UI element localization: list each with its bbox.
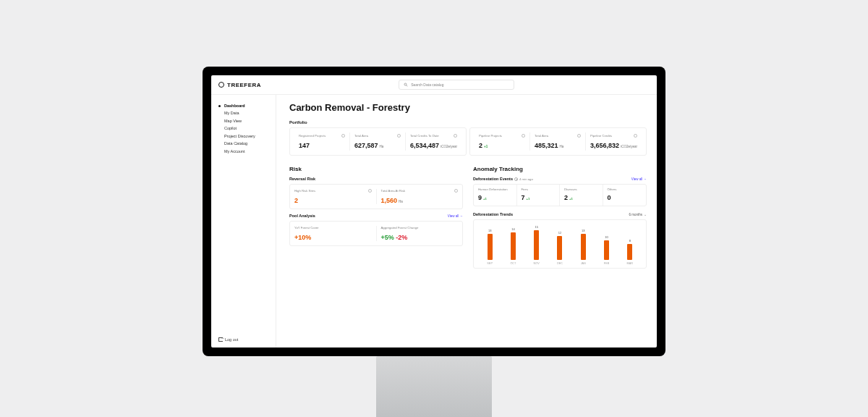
stat-label: High Risk Sites (294, 189, 315, 193)
page-title: Carbon Removal - Forestry (289, 102, 647, 113)
pool-analysis-title: Pool Analysis (289, 214, 315, 218)
stat-label: Total Credits To Date (410, 134, 439, 138)
event-cell: Diseases 2+1 (560, 185, 603, 206)
bar (557, 236, 562, 260)
pool-viewall-link[interactable]: View all (448, 214, 463, 218)
risk-section-title: Risk (289, 166, 463, 172)
stat-value: +10% (294, 234, 311, 241)
chevron-down-icon: ⌄ (644, 212, 647, 216)
stat-unit: Ha (380, 145, 384, 148)
trends-range-select[interactable]: 6 months ⌄ (629, 212, 647, 216)
brand-name: TREEFERA (227, 82, 261, 88)
info-icon[interactable] (522, 134, 525, 138)
bar-category: SEP (487, 262, 493, 265)
events-updated-meta: 4 min ago (519, 177, 533, 181)
stat-label: Pipeline Credits (590, 134, 612, 138)
bar (627, 244, 632, 260)
range-value: 6 months (629, 213, 642, 216)
info-icon[interactable] (454, 134, 457, 138)
sidebar-item-copilot[interactable]: Copilot (218, 125, 276, 132)
stat-value: 6,534,487 (410, 142, 439, 149)
bar-value: 10 (605, 235, 608, 239)
portfolio-row: Registered Projects 147 Total Area 627,5… (289, 127, 647, 156)
app-screen: TREEFERA Search Data catalog Dashboard M… (211, 75, 657, 348)
svg-point-0 (404, 83, 407, 85)
bar (511, 232, 516, 261)
event-value: 0 (608, 194, 611, 201)
event-label: Human Deforestation (478, 188, 512, 191)
bar-chart: 13SEP14OCT15NOV12DEC13JAN10FEB8MAR (478, 224, 642, 265)
bar (581, 234, 586, 260)
stat-label: Total Area At Risk (381, 189, 406, 193)
events-viewall-link[interactable]: View all (631, 177, 647, 181)
info-icon[interactable] (454, 189, 458, 193)
event-delta: +1 (527, 197, 530, 201)
sidebar-item-label: My Data (224, 111, 239, 115)
logout-icon (218, 337, 223, 342)
bar-item: 13SEP (482, 229, 498, 265)
brand-logo-icon (218, 82, 224, 88)
sidebar-item-data-catalog[interactable]: Data Catalog (218, 140, 276, 147)
risk-column: Risk Reversal Risk High Risk Sites 2 (289, 166, 463, 269)
nav-list: Dashboard My Data Map View Copilot Proje… (218, 102, 276, 155)
monitor-stand (376, 356, 492, 417)
sidebar-item-dashboard[interactable]: Dashboard (218, 102, 276, 109)
bar-category: NOV (534, 262, 540, 265)
sidebar-item-project-discovery[interactable]: Project Discovery (218, 132, 276, 140)
sidebar-item-map-view[interactable]: Map View (218, 117, 276, 125)
stat-label: Registered Projects (299, 134, 326, 138)
deforestation-events-title: Deforestation Events (473, 177, 513, 181)
search-icon (404, 83, 408, 87)
clock-icon (514, 177, 518, 181)
bar-category: DEC (557, 262, 563, 265)
info-icon[interactable] (577, 134, 581, 138)
stat-value: 2 (479, 142, 482, 149)
info-icon[interactable] (397, 134, 401, 138)
stat-unit: Ha (560, 145, 564, 148)
stat-unit: Ha (399, 200, 403, 203)
stat-value-positive: +5% (381, 234, 394, 241)
bar-value: 14 (511, 227, 514, 231)
stat-label: Aggregated Forest Change (381, 226, 419, 229)
reversal-risk-panel: High Risk Sites 2 Total Area At Risk 1,5… (289, 184, 463, 209)
event-label: Fires (522, 188, 556, 191)
sidebar-item-label: Dashboard (224, 104, 245, 108)
sidebar-item-label: Map View (224, 119, 242, 123)
stat-value: 485,321 (535, 142, 558, 149)
bar (488, 234, 493, 260)
bar-category: OCT (510, 262, 516, 265)
logout-label: Log out (225, 337, 238, 342)
sidebar-item-my-data[interactable]: My Data (218, 109, 276, 117)
bar-item: 12DEC (552, 231, 568, 265)
stat-delta: +1 (484, 145, 488, 148)
sidebar-item-label: My Account (224, 149, 244, 153)
deforestation-trends-title: Deforestation Trends (473, 212, 513, 216)
event-delta: +1 (569, 197, 573, 201)
pool-analysis-panel: YoY Forest Cover +10% Aggregated Forest … (289, 221, 463, 246)
stat-value-negative: -2% (396, 234, 407, 241)
stat-label: Pipeline Projects (479, 134, 502, 138)
stat-unit: tCO2e/year (441, 145, 457, 148)
event-value: 9 (478, 194, 482, 201)
svg-line-1 (407, 85, 408, 87)
logout-button[interactable]: Log out (218, 337, 276, 342)
stat-value: 627,587 (354, 142, 378, 149)
event-delta: +1 (483, 197, 487, 201)
anomaly-column: Anomaly Tracking Deforestation Events 4 … (473, 166, 647, 269)
info-icon[interactable] (368, 189, 372, 193)
portfolio-section-label: Portfolio (289, 120, 647, 125)
stat-value: 147 (299, 142, 310, 149)
stat-value: 1,560 (381, 197, 398, 204)
search-input[interactable]: Search Data catalog (399, 80, 514, 90)
bar-item: 13JAN (575, 229, 591, 265)
main-content: Carbon Removal - Forestry Portfolio Regi… (276, 95, 657, 348)
info-icon[interactable] (634, 134, 637, 138)
stat-label: YoY Forest Cover (294, 226, 319, 229)
monitor-frame: TREEFERA Search Data catalog Dashboard M… (203, 67, 665, 356)
sidebar-item-my-account[interactable]: My Account (218, 148, 276, 155)
info-icon[interactable] (341, 134, 345, 138)
events-grid: Human Deforestation 9+1 Fires 7+1 Diseas… (473, 184, 647, 206)
bar-item: 14OCT (505, 227, 521, 266)
stat-value: 3,656,832 (590, 142, 619, 149)
anomaly-section-title: Anomaly Tracking (473, 166, 647, 172)
